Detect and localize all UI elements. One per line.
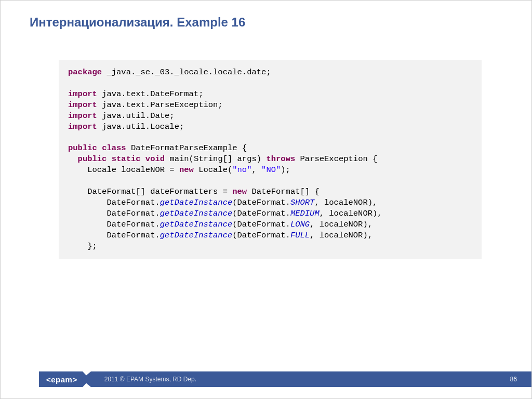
getdate-mid: (DateFormat. xyxy=(232,231,290,240)
kw-public: public xyxy=(68,143,97,153)
getdate-call: getDateInstance xyxy=(160,220,233,229)
df-line-a: DateFormat[] dateFormatters = xyxy=(68,187,232,196)
const-short: SHORT xyxy=(290,198,315,207)
locale-line-a: Locale localeNOR = xyxy=(68,165,179,175)
kw-import: import xyxy=(68,100,97,110)
locale-line-c: ); xyxy=(281,165,290,175)
kw-import: import xyxy=(68,89,97,99)
kw-new: new xyxy=(232,187,247,196)
getdate-call: getDateInstance xyxy=(160,198,233,207)
const-medium: MEDIUM xyxy=(290,209,320,218)
main-sig-b: ParseException { xyxy=(295,154,377,164)
import-1: java.text.DateFormat; xyxy=(97,89,204,99)
getdate-mid: (DateFormat. xyxy=(232,209,290,218)
getdate-mid: (DateFormat. xyxy=(232,220,290,229)
getdate-pre: DateFormat. xyxy=(68,198,160,207)
copyright-text: 2011 © EPAM Systems, RD Dep. xyxy=(104,376,196,383)
kw-class: class xyxy=(102,143,126,153)
classname: DateFormatParseExample { xyxy=(126,143,247,153)
kw-import: import xyxy=(68,122,97,131)
import-4: java.util.Locale; xyxy=(97,122,184,131)
str-no: "no" xyxy=(232,165,251,175)
getdate-pre: DateFormat. xyxy=(68,231,160,240)
import-3: java.util.Date; xyxy=(97,111,175,121)
slide-title: Интернационализация. Example 16 xyxy=(1,1,531,30)
kw-throws: throws xyxy=(266,154,295,164)
footer-bar: 2011 © EPAM Systems, RD Dep. 86 xyxy=(91,371,531,387)
getdate-suf: , localeNOR), xyxy=(310,220,373,229)
kw-package: package xyxy=(68,68,102,77)
slide: Интернационализация. Example 16 package … xyxy=(0,0,532,399)
df-line-b: DateFormat[] { xyxy=(247,187,320,196)
str-NO: "NO" xyxy=(261,165,281,175)
locale-line-b: Locale( xyxy=(194,165,232,175)
epam-logo: <epam> xyxy=(39,371,83,387)
comma: , xyxy=(251,165,261,175)
kw-new: new xyxy=(179,165,194,175)
getdate-suf: , localeNOR), xyxy=(310,231,373,240)
getdate-call: getDateInstance xyxy=(160,209,233,218)
getdate-pre: DateFormat. xyxy=(68,220,160,229)
kw-import: import xyxy=(68,111,97,121)
import-2: java.text.ParseException; xyxy=(97,100,223,110)
code-block: package _java._se._03._locale.locale.dat… xyxy=(59,60,482,259)
getdate-pre: DateFormat. xyxy=(68,209,160,218)
close-arr: }; xyxy=(68,242,97,251)
indent xyxy=(68,154,78,164)
const-long: LONG xyxy=(290,220,310,229)
getdate-suf: , localeNOR), xyxy=(314,198,377,207)
logo-text: <epam> xyxy=(46,375,77,384)
getdate-mid: (DateFormat. xyxy=(232,198,290,207)
getdate-call: getDateInstance xyxy=(160,231,233,240)
kw-public: public xyxy=(78,154,107,164)
main-sig-a: main(String[] args) xyxy=(165,154,266,164)
kw-static: static xyxy=(112,154,141,164)
package-path: _java._se._03._locale.locale.date; xyxy=(102,68,271,77)
footer-left xyxy=(1,371,39,387)
kw-void: void xyxy=(145,154,165,164)
page-number: 86 xyxy=(510,376,517,383)
getdate-suf: , localeNOR), xyxy=(320,209,382,218)
footer: <epam> 2011 © EPAM Systems, RD Dep. 86 xyxy=(1,371,531,387)
const-full: FULL xyxy=(290,231,310,240)
